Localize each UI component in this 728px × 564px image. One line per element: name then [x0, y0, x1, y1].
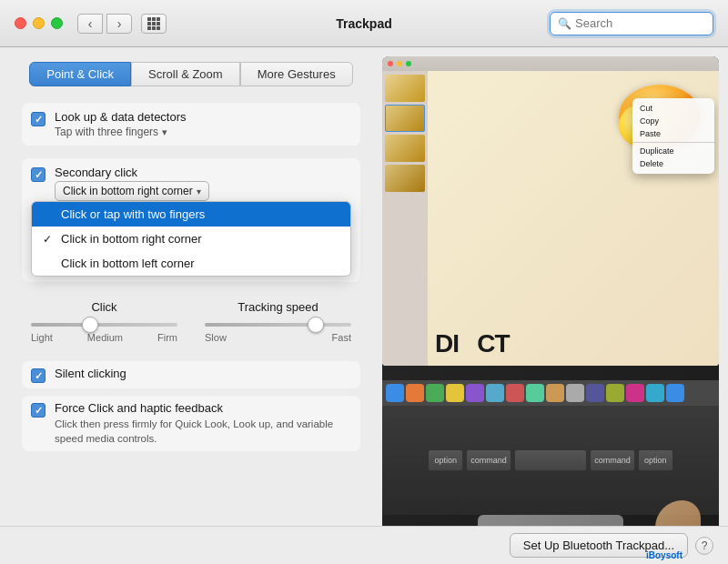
dock-icon-10 [566, 384, 584, 402]
tracking-slider-thumb[interactable] [308, 317, 324, 333]
main-content: Point & Click Scroll & Zoom More Gesture… [0, 47, 728, 564]
click-slider-label: Click [31, 300, 177, 314]
silent-clicking-row: ✓ Silent clicking [22, 361, 360, 388]
force-click-checkbox[interactable]: ✓ [31, 403, 46, 418]
tracking-slider-group: Tracking speed Slow Fast [205, 300, 351, 343]
dock-icon-11 [586, 384, 604, 402]
secondary-click-label: Secondary click [55, 166, 209, 179]
sidebar-thumbnails [382, 71, 428, 366]
context-menu-sim: Cut Copy Paste Duplicate Delete [632, 98, 714, 174]
dock-bar [382, 380, 719, 406]
tab-scroll-zoom[interactable]: Scroll & Zoom [131, 62, 240, 86]
dropdown-arrow-icon: ▾ [162, 126, 167, 138]
dock-icon-15 [666, 384, 684, 402]
lookup-checkbox[interactable]: ✓ [31, 112, 46, 126]
screen-area: Cut Copy Paste Duplicate Delete DI CT [382, 56, 719, 366]
click-min-label: Light [31, 332, 53, 343]
grid-icon [147, 17, 160, 30]
search-icon: 🔍 [558, 17, 571, 30]
thumb-3 [385, 135, 425, 162]
dropdown-option-1[interactable]: Click in bottom right corner [32, 227, 350, 251]
secondary-click-content: Secondary click Click in bottom right co… [55, 166, 209, 201]
force-click-label: Force Click and haptic feedback [55, 401, 351, 415]
secondary-click-row: ✓ Secondary click Click in bottom right … [22, 158, 360, 201]
bottom-settings: ✓ Silent clicking ✓ Force Click and hapt… [22, 361, 360, 451]
watermark: iBoysoft [646, 550, 682, 560]
key-command-left: command [466, 449, 511, 471]
check-icon-2: ✓ [35, 169, 43, 181]
tab-bar: Point & Click Scroll & Zoom More Gesture… [22, 62, 360, 86]
tracking-slider-labels: Slow Fast [205, 332, 351, 343]
back-button[interactable]: ‹ [77, 14, 103, 34]
thumb-4 [385, 165, 425, 192]
grid-view-button[interactable] [141, 14, 167, 34]
search-input[interactable] [575, 16, 705, 30]
screenshot-bar [382, 56, 719, 71]
dock-icon-4 [446, 384, 464, 402]
page-title: Trackpad [336, 16, 391, 31]
force-click-desc: Click then press firmly for Quick Look, … [55, 417, 351, 446]
fruit-area: Cut Copy Paste Duplicate Delete DI CT [382, 71, 719, 366]
ss-minimize-dot [397, 61, 402, 66]
ss-close-dot [388, 61, 393, 66]
key-option-right: option [638, 449, 673, 471]
tracking-min-label: Slow [205, 332, 227, 343]
secondary-click-checkbox[interactable]: ✓ [31, 167, 46, 182]
dropdown-menu-container: Click or tap with two fingers Click in b… [22, 201, 360, 282]
tracking-slider-track[interactable] [205, 323, 351, 327]
dock-icon-8 [526, 384, 544, 402]
lookup-sublabel: Tap with three fingers ▾ [55, 126, 187, 138]
key-option-left: option [428, 449, 463, 471]
maximize-button[interactable] [51, 17, 63, 29]
ctx-item-2: Copy [632, 115, 714, 127]
search-box[interactable]: 🔍 [550, 12, 713, 35]
forward-button[interactable]: › [106, 14, 132, 34]
dropdown-option-0[interactable]: Click or tap with two fingers [32, 202, 350, 227]
macbook-image: Cut Copy Paste Duplicate Delete DI CT [382, 56, 719, 555]
thumb-1 [385, 75, 425, 102]
click-slider-thumb[interactable] [82, 317, 98, 333]
silent-clicking-content: Silent clicking [55, 367, 126, 380]
key-command-right: command [590, 449, 635, 471]
dock-icon-9 [546, 384, 564, 402]
click-slider-group: Click Light Medium Firm [31, 300, 177, 343]
dock-icon-14 [646, 384, 664, 402]
left-panel: Point & Click Scroll & Zoom More Gesture… [0, 47, 382, 564]
silent-clicking-checkbox[interactable]: ✓ [31, 368, 46, 383]
sliders-row: Click Light Medium Firm Tracking speed [31, 300, 351, 343]
nav-buttons: ‹ › [77, 14, 132, 34]
lookup-setting-content: Look up & data detectors Tap with three … [55, 110, 187, 138]
minimize-button[interactable] [33, 17, 45, 29]
force-click-row: ✓ Force Click and haptic feedback Click … [22, 396, 360, 451]
check-icon-3: ✓ [35, 370, 43, 382]
silent-clicking-label: Silent clicking [55, 367, 126, 380]
secondary-click-dropdown-menu: Click or tap with two fingers Click in b… [31, 201, 351, 277]
dock-icon-12 [606, 384, 624, 402]
click-slider-labels: Light Medium Firm [31, 332, 177, 343]
dropdown-value: Click in bottom right corner [63, 185, 193, 197]
dropdown-option-2[interactable]: Click in bottom left corner [32, 251, 350, 276]
tracking-slider-label: Tracking speed [205, 300, 351, 314]
ctx-item-4: Duplicate [632, 145, 714, 157]
sliders-section: Click Light Medium Firm Tracking speed [22, 291, 360, 356]
ctx-separator [632, 142, 714, 143]
ctx-item-5: Delete [632, 157, 714, 170]
dock-icon-5 [466, 384, 484, 402]
secondary-click-dropdown[interactable]: Click in bottom right corner ▾ [55, 181, 209, 201]
dock-icon-6 [486, 384, 504, 402]
help-button[interactable]: ? [695, 537, 713, 555]
dropdown-chevron-icon: ▾ [197, 186, 201, 196]
close-button[interactable] [15, 17, 26, 29]
dock-icon-1 [386, 384, 404, 402]
tab-point-click[interactable]: Point & Click [29, 62, 131, 86]
check-icon: ✓ [35, 114, 43, 126]
tab-more-gestures[interactable]: More Gestures [240, 62, 353, 86]
main-design: Cut Copy Paste Duplicate Delete DI CT [428, 71, 719, 366]
thumb-2 [385, 105, 425, 132]
ctx-item-3: Paste [632, 127, 714, 140]
ss-expand-dot [406, 61, 411, 66]
click-slider-track[interactable] [31, 323, 177, 327]
traffic-lights [15, 17, 63, 29]
key-row: option command command option [428, 449, 672, 471]
screen-content: Cut Copy Paste Duplicate Delete DI CT [382, 56, 719, 366]
